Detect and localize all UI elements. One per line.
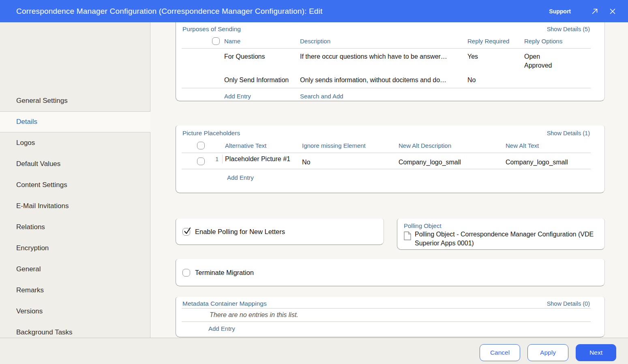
- purposes-col-name: Name: [224, 38, 300, 45]
- open-in-new-window-icon[interactable]: [590, 7, 599, 16]
- purposes-row-description: If there occur questions which have to b…: [300, 52, 467, 61]
- purposes-row-reply-required: Yes: [467, 52, 524, 61]
- pictures-col-alternative-text: Alternative Text: [223, 142, 302, 149]
- sidebar-item-general-settings[interactable]: General Settings: [0, 90, 150, 111]
- main-content: Purposes of Sending Show Details (5) Nam…: [150, 22, 628, 338]
- sidebar-item-general[interactable]: General: [0, 259, 150, 280]
- sidebar-item-default-values[interactable]: Default Values: [0, 153, 150, 175]
- pictures-col-ignore-missing: Ignore missing Element: [302, 142, 399, 149]
- pictures-row-new-alt-description: Company_logo_small: [399, 155, 506, 167]
- purposes-row-name: Only Send Information: [224, 76, 300, 85]
- pictures-title: Picture Placeholders: [182, 130, 240, 137]
- purposes-select-all-checkbox[interactable]: [212, 37, 220, 45]
- pictures-row-alternative-text: Placeholder Picture #1: [222, 155, 302, 164]
- close-icon[interactable]: [608, 7, 617, 16]
- cancel-button[interactable]: Cancel: [480, 344, 520, 361]
- table-row[interactable]: For Questions If there occur questions w…: [176, 49, 604, 73]
- purposes-table-header: Name Description Reply Required Reply Op…: [176, 34, 604, 48]
- sidebar: General Settings Details Logos Default V…: [0, 22, 150, 338]
- enable-polling-checkbox[interactable]: [182, 228, 190, 236]
- pictures-select-all-checkbox[interactable]: [197, 142, 205, 149]
- metadata-container-mappings-card: Metadata Container Mappings Show Details…: [176, 297, 605, 337]
- pictures-row-index: 1: [205, 155, 223, 162]
- pictures-row-new-alt-text: Company_logo_small: [506, 155, 604, 167]
- pictures-col-new-alt-description: New Alt Description: [399, 142, 506, 149]
- table-row[interactable]: 1 Placeholder Picture #1 No Company_logo…: [176, 153, 604, 169]
- metadata-add-entry-link[interactable]: Add Entry: [208, 325, 235, 332]
- polling-object-value[interactable]: Polling Object - Correspondence Manager …: [415, 230, 597, 248]
- document-icon: [404, 231, 411, 242]
- footer-action-bar: Cancel Apply Next: [0, 338, 628, 364]
- sidebar-item-details[interactable]: Details: [0, 111, 150, 132]
- header-actions: Support: [549, 0, 617, 22]
- metadata-empty-message: There are no entries in this list.: [176, 309, 604, 321]
- pictures-add-entry-link[interactable]: Add Entry: [227, 174, 254, 181]
- window-title: Correspondence Manager Configuration (Co…: [16, 7, 323, 16]
- enable-polling-card: Enable Polling for New Letters: [176, 219, 384, 245]
- enable-polling-label: Enable Polling for New Letters: [195, 228, 285, 236]
- pictures-table-header: Alternative Text Ignore missing Element …: [176, 138, 604, 153]
- purposes-of-sending-card: Purposes of Sending Show Details (5) Nam…: [176, 22, 605, 101]
- next-button[interactable]: Next: [576, 344, 616, 361]
- sidebar-item-email-invitations[interactable]: E-Mail Invitations: [0, 196, 150, 217]
- picture-placeholders-card: Picture Placeholders Show Details (1) Al…: [176, 126, 605, 193]
- terminate-migration-label: Terminate Migration: [195, 269, 254, 277]
- purposes-row-description: Only sends information, without docitems…: [300, 76, 467, 85]
- purposes-row-reply-required: No: [467, 76, 524, 85]
- polling-object-card: Polling Object Polling Object - Correspo…: [397, 219, 605, 250]
- pictures-row-ignore-missing: No: [302, 155, 399, 167]
- purposes-add-entry-link[interactable]: Add Entry: [224, 93, 251, 100]
- purposes-row-reply-options: Open Approved: [524, 52, 604, 70]
- metadata-show-details-link[interactable]: Show Details (0): [547, 300, 590, 307]
- terminate-migration-checkbox[interactable]: [182, 269, 190, 277]
- purposes-row-name: For Questions: [224, 52, 300, 61]
- sidebar-nav: General Settings Details Logos Default V…: [0, 90, 150, 343]
- sidebar-item-relations[interactable]: Relations: [0, 217, 150, 238]
- sidebar-item-logos[interactable]: Logos: [0, 132, 150, 153]
- sidebar-item-remarks[interactable]: Remarks: [0, 280, 150, 301]
- sidebar-item-encryption[interactable]: Encryption: [0, 238, 150, 259]
- purposes-title: Purposes of Sending: [182, 26, 241, 33]
- apply-button[interactable]: Apply: [527, 344, 568, 361]
- sidebar-item-content-settings[interactable]: Content Settings: [0, 175, 150, 196]
- purposes-search-and-add-link[interactable]: Search and Add: [300, 93, 343, 100]
- terminate-migration-card: Terminate Migration: [176, 259, 605, 286]
- table-row[interactable]: Only Send Information Only sends informa…: [176, 73, 604, 88]
- app-window: Correspondence Manager Configuration (Co…: [0, 0, 628, 364]
- sidebar-item-versions[interactable]: Versions: [0, 301, 150, 322]
- metadata-title: Metadata Container Mappings: [182, 300, 267, 307]
- pictures-show-details-link[interactable]: Show Details (1): [547, 130, 590, 136]
- polling-object-label: Polling Object: [397, 219, 604, 230]
- pictures-col-new-alt-text: New Alt Text: [506, 142, 604, 149]
- support-link[interactable]: Support: [549, 8, 571, 15]
- purposes-col-description: Description: [300, 38, 467, 45]
- purposes-show-details-link[interactable]: Show Details (5): [547, 26, 590, 32]
- window-header: Correspondence Manager Configuration (Co…: [0, 0, 628, 22]
- purposes-col-reply-required: Reply Required: [467, 38, 524, 45]
- purposes-col-reply-options: Reply Options: [524, 38, 604, 45]
- pictures-row-checkbox[interactable]: [197, 158, 205, 165]
